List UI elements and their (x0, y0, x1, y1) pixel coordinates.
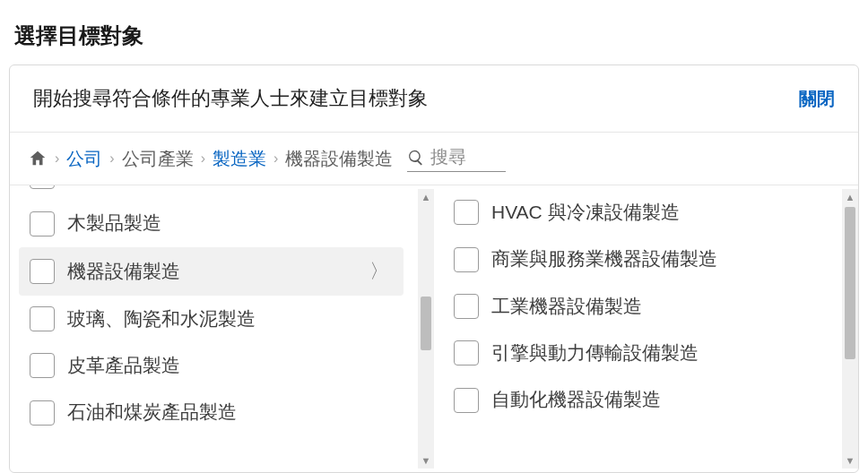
checkbox[interactable] (454, 200, 479, 225)
list-item[interactable]: 自動化機器設備製造 (443, 376, 828, 423)
item-label: 商業與服務業機器設備製造 (491, 246, 817, 271)
checkbox[interactable] (30, 306, 55, 331)
item-label: 服裝裝造 (67, 185, 393, 189)
checkbox[interactable] (30, 259, 55, 284)
list-item[interactable]: 服裝裝造 (19, 185, 404, 200)
columns: 服裝裝造木製品製造機器設備製造〉玻璃、陶瓷和水泥製造皮革產品製造石油和煤炭產品製… (10, 185, 858, 472)
checkbox[interactable] (30, 400, 55, 426)
item-label: 工業機器設備製造 (491, 294, 817, 319)
chevron-right-icon: › (272, 150, 280, 167)
crumb-manufacturing[interactable]: 製造業 (213, 147, 266, 171)
close-button[interactable]: 關閉 (799, 87, 835, 111)
list-item[interactable]: HVAC 與冷凍設備製造 (443, 189, 828, 236)
list-item[interactable]: 木製品製造 (19, 200, 404, 246)
checkbox[interactable] (30, 185, 55, 189)
chevron-right-icon: 〉 (369, 258, 393, 285)
search-icon (407, 149, 425, 167)
list-item[interactable]: 皮革產品製造 (19, 342, 404, 389)
crumb-company[interactable]: 公司 (66, 147, 102, 171)
item-label: 玻璃、陶瓷和水泥製造 (67, 306, 393, 331)
chevron-right-icon: › (53, 150, 61, 167)
item-label: 自動化機器設備製造 (491, 387, 817, 412)
search-field[interactable] (407, 145, 506, 172)
right-column: HVAC 與冷凍設備製造商業與服務業機器設備製造工業機器設備製造引擎與動力傳輸設… (434, 185, 858, 472)
list-item[interactable]: 機器設備製造〉 (19, 247, 404, 296)
home-icon[interactable] (28, 149, 48, 168)
left-column: 服裝裝造木製品製造機器設備製造〉玻璃、陶瓷和水泥製造皮革產品製造石油和煤炭產品製… (10, 185, 434, 472)
chevron-right-icon: › (108, 150, 116, 167)
scroll-thumb[interactable] (845, 207, 855, 359)
scroll-down-icon[interactable]: ▼ (842, 452, 858, 469)
crumb-machinery: 機器設備製造 (285, 147, 393, 171)
crumb-industry[interactable]: 公司產業 (122, 147, 194, 171)
checkbox[interactable] (30, 353, 55, 378)
item-label: 機器設備製造 (67, 259, 357, 284)
list-item[interactable]: 商業與服務業機器設備製造 (443, 236, 828, 282)
list-item[interactable]: 石油和煤炭產品製造 (19, 389, 404, 435)
chevron-right-icon: › (199, 150, 207, 167)
item-label: 引擎與動力傳輸設備製造 (491, 340, 817, 366)
checkbox[interactable] (454, 388, 479, 413)
item-label: 木製品製造 (67, 211, 393, 236)
scroll-up-icon[interactable]: ▲ (418, 189, 434, 205)
scroll-up-icon[interactable]: ▲ (842, 189, 858, 205)
list-item[interactable]: 引擎與動力傳輸設備製造 (443, 330, 828, 376)
list-item[interactable]: 玻璃、陶瓷和水泥製造 (19, 296, 404, 342)
panel-subtitle: 開始搜尋符合條件的專業人士來建立目標對象 (33, 85, 428, 112)
page-title: 選擇目標對象 (0, 0, 868, 64)
scroll-thumb[interactable] (421, 297, 431, 350)
scrollbar[interactable]: ▲ ▼ (842, 189, 858, 469)
item-label: 石油和煤炭產品製造 (67, 400, 393, 425)
checkbox[interactable] (454, 247, 479, 272)
scrollbar[interactable]: ▲ ▼ (418, 189, 434, 469)
search-input[interactable] (425, 145, 506, 169)
list-item[interactable]: 工業機器設備製造 (443, 283, 828, 330)
checkbox[interactable] (454, 294, 479, 319)
item-label: HVAC 與冷凍設備製造 (491, 200, 817, 225)
checkbox[interactable] (454, 340, 479, 366)
item-label: 皮革產品製造 (67, 353, 393, 378)
scroll-down-icon[interactable]: ▼ (418, 452, 434, 469)
panel-header: 開始搜尋符合條件的專業人士來建立目標對象 關閉 (10, 65, 858, 133)
picker-panel: 開始搜尋符合條件的專業人士來建立目標對象 關閉 › 公司 › 公司產業 › 製造… (9, 64, 859, 473)
breadcrumb: › 公司 › 公司產業 › 製造業 › 機器設備製造 (10, 133, 858, 185)
checkbox[interactable] (30, 211, 55, 236)
